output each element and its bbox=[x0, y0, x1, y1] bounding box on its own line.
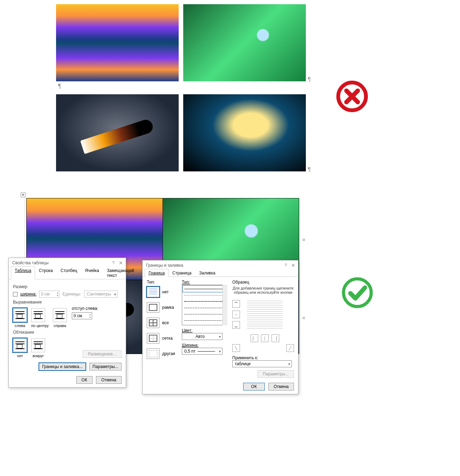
type-frame-label: рамка bbox=[162, 305, 174, 310]
preview-right-border-button[interactable]: ▕ bbox=[272, 334, 279, 342]
units-label: Единицы: bbox=[62, 292, 81, 297]
tab-row[interactable]: Строка bbox=[35, 266, 57, 279]
ok-button[interactable]: ОК bbox=[76, 376, 92, 384]
type-other-label: другая bbox=[162, 351, 175, 356]
type-all-button[interactable] bbox=[147, 318, 159, 328]
cancel-button[interactable]: Отмена bbox=[268, 383, 294, 390]
dialog-table-properties: Свойства таблицы ? ✕ Таблица Строка Стол… bbox=[8, 258, 126, 388]
type-all-label: все bbox=[162, 320, 169, 325]
type-frame-button[interactable] bbox=[147, 302, 159, 313]
wrap-none-button[interactable] bbox=[13, 338, 27, 352]
wrap-around-label: вокруг bbox=[31, 354, 45, 358]
align-left-label: слева bbox=[13, 324, 27, 328]
width-label: Ширина: bbox=[182, 343, 227, 348]
dialog-borders-shading: Границы и заливка ? ✕ Граница Страница З… bbox=[142, 260, 298, 394]
type-grid-button[interactable] bbox=[147, 333, 159, 344]
cancel-button[interactable]: Отмена bbox=[96, 376, 122, 384]
preview-vcenter-border-button[interactable]: │ bbox=[261, 334, 269, 342]
preview-area[interactable] bbox=[242, 297, 288, 332]
options-button[interactable]: Параметры... bbox=[89, 363, 122, 370]
type-none-button[interactable] bbox=[147, 287, 159, 297]
example-wrong: ¶ ¶ ¶ bbox=[56, 4, 308, 171]
image-guitar bbox=[56, 94, 179, 171]
help-icon[interactable]: ? bbox=[284, 263, 287, 268]
type-grid-label: сетка bbox=[162, 336, 173, 341]
tab-cell[interactable]: Ячейка bbox=[81, 266, 103, 279]
align-center-label: по центру bbox=[31, 324, 49, 328]
size-section-label: Размер bbox=[13, 284, 122, 289]
borders-shading-button[interactable]: Границы и заливка... bbox=[39, 363, 86, 370]
width-checkbox[interactable] bbox=[13, 292, 18, 297]
preview-section-label: Образец bbox=[232, 280, 294, 285]
ok-button[interactable]: ОК bbox=[243, 383, 265, 390]
para-mark: ¶ bbox=[308, 76, 311, 83]
alignment-section-label: Выравнивание bbox=[13, 300, 122, 305]
align-right-label: справа bbox=[53, 324, 67, 328]
line-style-list[interactable] bbox=[182, 285, 227, 325]
options-button[interactable]: Параметры... bbox=[258, 370, 294, 378]
wrong-icon bbox=[336, 81, 368, 112]
image-sunset bbox=[56, 4, 179, 81]
apply-to-combo[interactable]: таблице bbox=[232, 360, 292, 367]
close-icon[interactable]: ✕ bbox=[291, 263, 295, 268]
tab-border[interactable]: Граница bbox=[145, 269, 169, 277]
tab-column[interactable]: Столбец bbox=[57, 266, 81, 279]
position-button[interactable]: Размещение... bbox=[83, 350, 122, 358]
tab-alt-text[interactable]: Замещающий текст bbox=[103, 266, 138, 279]
preview-hcenter-border-button[interactable]: ─ bbox=[232, 311, 240, 318]
units-combo[interactable]: Сантиметры bbox=[84, 291, 118, 298]
svg-point-1 bbox=[343, 279, 371, 306]
width-label: ширина: bbox=[20, 292, 36, 297]
type-section-label: Тип: bbox=[147, 280, 177, 285]
indent-label: отступ слева: bbox=[72, 306, 98, 311]
width-combo[interactable]: 0,5 пт bbox=[182, 348, 222, 355]
dialog-tabs: Граница Страница Заливка bbox=[143, 269, 298, 277]
image-grid-borderless: ¶ bbox=[56, 4, 308, 81]
image-butterfly: ¶ bbox=[183, 4, 306, 81]
para-mark: ¶ bbox=[308, 166, 311, 173]
help-icon[interactable]: ? bbox=[112, 260, 115, 265]
image-portrait: ¶ bbox=[183, 94, 306, 171]
close-icon[interactable]: ✕ bbox=[119, 260, 123, 266]
preview-diag-down-button[interactable]: ╲ bbox=[232, 344, 240, 352]
tab-shading[interactable]: Заливка bbox=[195, 269, 219, 277]
preview-top-border-button[interactable]: ▔ bbox=[232, 300, 240, 308]
type-other-button[interactable] bbox=[147, 348, 159, 359]
wrap-around-button[interactable] bbox=[31, 338, 45, 352]
style-section-label: Тип: bbox=[182, 280, 227, 285]
tab-table[interactable]: Таблица bbox=[11, 266, 35, 279]
color-label: Цвет: bbox=[182, 328, 227, 333]
indent-spinner[interactable]: 0 см bbox=[72, 312, 92, 319]
wrap-none-label: нет bbox=[13, 354, 27, 358]
apply-to-label: Применить к: bbox=[232, 355, 258, 360]
preview-bottom-border-button[interactable]: ▁ bbox=[232, 321, 240, 329]
dialog-title: Свойства таблицы bbox=[12, 260, 49, 265]
width-spinner[interactable]: 0 см bbox=[39, 291, 60, 298]
image-grid-borderless-2: ¶ bbox=[56, 94, 308, 171]
type-none-label: нет bbox=[162, 290, 169, 294]
color-combo[interactable]: Авто bbox=[182, 333, 222, 340]
preview-left-border-button[interactable]: ▏ bbox=[250, 334, 258, 342]
cell-mark: ¤ bbox=[302, 237, 305, 243]
correct-icon bbox=[342, 277, 373, 308]
align-center-button[interactable] bbox=[31, 308, 45, 322]
preview-hint: Для добавления границ щелкните образец и… bbox=[232, 286, 294, 294]
dialog-tabs: Таблица Строка Столбец Ячейка Замещающий… bbox=[9, 266, 126, 279]
align-right-button[interactable] bbox=[53, 308, 67, 322]
cell-mark: ¤ bbox=[302, 315, 305, 321]
para-mark: ¶ bbox=[58, 83, 308, 90]
tab-page[interactable]: Страница bbox=[169, 269, 195, 277]
table-anchor-icon[interactable]: ✥ bbox=[21, 192, 26, 197]
dialog-title: Границы и заливка bbox=[146, 263, 183, 268]
scrollbar[interactable] bbox=[222, 285, 227, 325]
align-left-button[interactable] bbox=[13, 308, 27, 322]
preview-diag-up-button[interactable]: ╱ bbox=[286, 344, 294, 352]
wrap-section-label: Обтекание bbox=[13, 330, 122, 335]
